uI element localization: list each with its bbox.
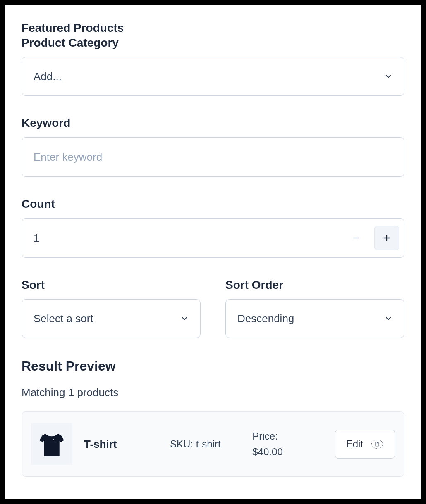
chevron-down-icon xyxy=(180,314,189,323)
sort-order-label: Sort Order xyxy=(225,278,404,292)
chevron-down-icon xyxy=(384,314,392,323)
edit-button[interactable]: Edit xyxy=(335,430,395,459)
product-thumbnail xyxy=(31,423,72,465)
sort-label: Sort xyxy=(22,278,201,292)
category-placeholder: Add... xyxy=(34,70,62,83)
svg-point-7 xyxy=(377,442,378,443)
count-label: Count xyxy=(22,197,404,211)
result-heading: Result Preview xyxy=(22,359,404,374)
price-value: $40.00 xyxy=(252,446,282,457)
sku-value: t-shirt xyxy=(196,438,221,449)
minus-icon xyxy=(352,233,361,242)
product-name: T-shirt xyxy=(84,438,158,451)
sort-select[interactable]: Select a sort xyxy=(22,299,201,338)
category-select[interactable]: Add... xyxy=(22,57,404,96)
page-title: Featured Products xyxy=(22,21,404,35)
sort-order-value: Descending xyxy=(237,312,294,325)
sort-order-select[interactable]: Descending xyxy=(225,299,404,338)
product-card: T-shirt SKU: t-shirt Price: $40.00 Edit xyxy=(22,411,404,477)
svg-point-3 xyxy=(53,439,54,440)
count-decrement-button[interactable] xyxy=(344,226,369,250)
category-label: Product Category xyxy=(22,36,404,50)
svg-point-4 xyxy=(371,440,383,449)
product-price: Price: $40.00 xyxy=(252,428,323,460)
keyword-input[interactable] xyxy=(22,137,404,177)
sort-placeholder: Select a sort xyxy=(34,312,93,325)
edit-label: Edit xyxy=(346,438,363,450)
count-value: 1 xyxy=(34,232,338,245)
sku-label: SKU: xyxy=(170,438,196,449)
external-link-icon xyxy=(371,438,384,450)
tshirt-icon xyxy=(36,428,68,460)
chevron-down-icon xyxy=(384,72,392,81)
matching-count: Matching 1 products xyxy=(22,386,404,399)
keyword-label: Keyword xyxy=(22,116,404,130)
count-stepper: 1 xyxy=(22,218,404,258)
count-increment-button[interactable] xyxy=(374,226,399,250)
plus-icon xyxy=(382,233,391,242)
price-label: Price: xyxy=(252,430,278,442)
product-sku: SKU: t-shirt xyxy=(170,436,241,452)
